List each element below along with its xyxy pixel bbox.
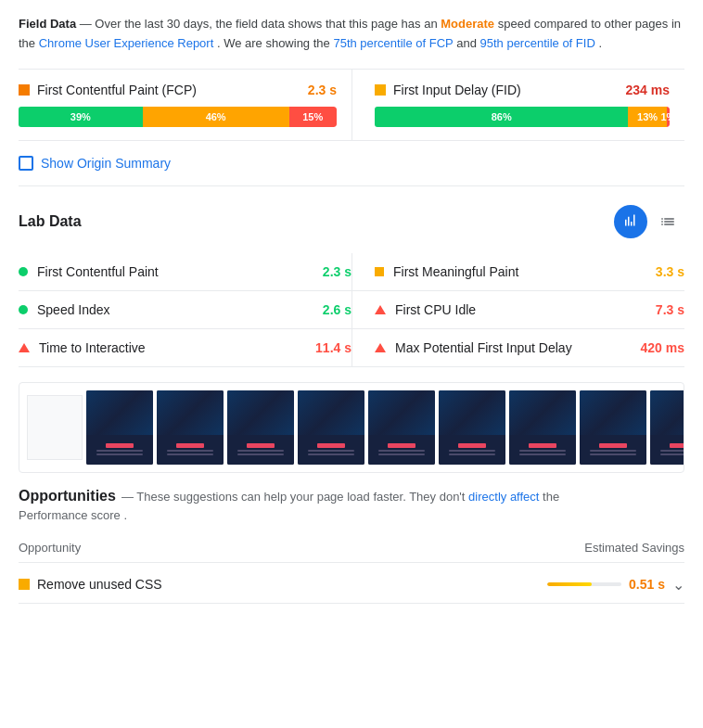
opp-col-opportunity: Opportunity — [19, 541, 81, 555]
lab-tti-item: Time to Interactive 11.4 s — [19, 329, 352, 367]
opportunities-section: Opportunities — These suggestions can he… — [19, 488, 684, 604]
fcp-name: First Contentful Paint (FCP) — [37, 83, 300, 97]
fcp-value: 2.3 s — [308, 83, 337, 97]
opportunities-subtitle2: the — [543, 490, 559, 504]
lab-fmp-value: 3.3 s — [656, 264, 684, 279]
opp-savings-bar-area: 0.51 s ⌄ — [547, 576, 684, 594]
directly-affect-link[interactable]: directly affect — [468, 490, 539, 504]
lab-fcp-item: First Contentful Paint 2.3 s — [19, 253, 352, 291]
lab-fci-value: 7.3 s — [656, 302, 684, 317]
fcp-icon — [19, 84, 30, 96]
field-data-intro: Field Data — Over the last 30 days, the … — [19, 15, 684, 54]
opportunities-subtitle-text: — These suggestions can help your page l… — [121, 490, 466, 504]
filmstrip-blank — [27, 395, 83, 460]
moderate-label: Moderate — [441, 17, 494, 31]
lab-si-item: Speed Index 2.6 s — [19, 291, 352, 329]
lab-fci-item: First CPU Idle 7.3 s — [352, 291, 684, 329]
opp-row-css[interactable]: Remove unused CSS 0.51 s ⌄ — [19, 567, 684, 604]
dot-green-icon — [19, 267, 28, 276]
triangle-red-icon — [375, 305, 386, 314]
lab-data-title: Lab Data — [19, 213, 82, 230]
origin-summary-row[interactable]: Show Origin Summary — [19, 141, 684, 186]
list-icon — [659, 213, 676, 230]
fcp-bar-green: 39% — [19, 107, 143, 127]
lab-si-name: Speed Index — [37, 302, 313, 317]
filmstrip-frame-9 — [650, 390, 684, 465]
opp-bar-track — [547, 582, 621, 586]
filmstrip-frame-4 — [298, 390, 364, 465]
fid-header: First Input Delay (FID) 234 ms — [375, 83, 670, 97]
filmstrip-frame-2 — [157, 390, 224, 465]
fcp-header: First Contentful Paint (FCP) 2.3 s — [19, 83, 337, 97]
fcp-bar: 39% 46% 15% — [19, 107, 337, 127]
expand-icon[interactable]: ⌄ — [672, 576, 684, 594]
bar-chart-icon — [622, 213, 639, 230]
field-data-text3: . We are showing the — [217, 36, 330, 50]
field-data-text1: — Over the last 30 days, the field data … — [80, 17, 438, 31]
opportunities-subtitle: — These suggestions can help your page l… — [121, 490, 559, 504]
lab-tti-value: 11.4 s — [315, 340, 352, 355]
dot-green-icon2 — [19, 305, 28, 314]
opp-perf-note: Performance score . — [19, 508, 684, 522]
view-toggle — [614, 205, 684, 238]
lab-fcp-name: First Contentful Paint — [37, 264, 313, 279]
opp-row-icon — [19, 579, 30, 590]
lab-si-value: 2.6 s — [323, 302, 352, 317]
filmstrip-frame-3 — [227, 390, 294, 465]
fid-bar-red: 1% — [667, 107, 670, 127]
fid-value: 234 ms — [626, 83, 670, 97]
fid-bar: 86% 13% 1% — [375, 107, 670, 127]
fid-card: First Input Delay (FID) 234 ms 86% 13% 1… — [352, 70, 684, 141]
opp-col-savings: Estimated Savings — [584, 541, 684, 555]
fid-name: First Input Delay (FID) — [393, 83, 619, 97]
toggle-bar-chart-btn[interactable] — [614, 205, 647, 238]
lab-tti-name: Time to Interactive — [39, 340, 306, 355]
opp-perf-score: Performance score — [19, 508, 121, 522]
lab-metrics-grid: First Contentful Paint 2.3 s First Meani… — [19, 253, 684, 367]
lab-fci-name: First CPU Idle — [395, 302, 646, 317]
percentile-fid-link[interactable]: 95th percentile of FID — [480, 36, 595, 50]
filmstrip-frame-7 — [509, 390, 576, 465]
lab-fmp-item: First Meaningful Paint 3.3 s — [352, 253, 684, 291]
lab-fcp-value: 2.3 s — [323, 264, 352, 279]
dot-orange-sq-icon — [375, 267, 384, 276]
triangle-red-icon3 — [375, 343, 386, 352]
filmstrip-container — [19, 382, 684, 473]
opp-bar-fill — [547, 582, 592, 586]
toggle-list-btn[interactable] — [651, 205, 684, 238]
field-data-and: and — [456, 36, 477, 50]
fid-bar-green: 86% — [375, 107, 628, 127]
fid-icon — [375, 84, 386, 96]
fcp-bar-orange: 46% — [143, 107, 289, 127]
percentile-fcp-link[interactable]: 75th percentile of FCP — [333, 36, 453, 50]
lab-fmp-name: First Meaningful Paint — [393, 264, 646, 279]
lab-data-section: Lab Data First Contentful Paint 2.3 s Fi — [19, 205, 684, 473]
origin-checkbox[interactable] — [19, 156, 33, 171]
triangle-red-icon2 — [19, 343, 30, 352]
chrome-report-link[interactable]: Chrome User Experience Report — [39, 36, 214, 50]
filmstrip-frame-8 — [580, 390, 646, 465]
origin-summary-label[interactable]: Show Origin Summary — [41, 156, 171, 171]
field-data-label: Field Data — [19, 17, 76, 31]
field-data-period: . — [598, 36, 602, 50]
opportunities-header: Opportunities — These suggestions can he… — [19, 488, 684, 504]
filmstrip-frame-5 — [368, 390, 435, 465]
fcp-card: First Contentful Paint (FCP) 2.3 s 39% 4… — [19, 70, 352, 141]
lab-data-header: Lab Data — [19, 205, 684, 238]
opp-savings-value: 0.51 s — [629, 577, 665, 592]
metrics-grid: First Contentful Paint (FCP) 2.3 s 39% 4… — [19, 69, 684, 141]
lab-mpfid-value: 420 ms — [641, 340, 684, 355]
lab-mpfid-name: Max Potential First Input Delay — [395, 340, 632, 355]
field-data-section: Field Data — Over the last 30 days, the … — [19, 15, 684, 186]
lab-mpfid-item: Max Potential First Input Delay 420 ms — [352, 329, 684, 367]
filmstrip-frame-1 — [86, 390, 153, 465]
fcp-bar-red: 15% — [289, 107, 337, 127]
opp-row-name: Remove unused CSS — [37, 577, 540, 592]
opportunities-title: Opportunities — [19, 488, 116, 504]
filmstrip-frame-6 — [439, 390, 505, 465]
opp-table-header: Opportunity Estimated Savings — [19, 533, 684, 563]
